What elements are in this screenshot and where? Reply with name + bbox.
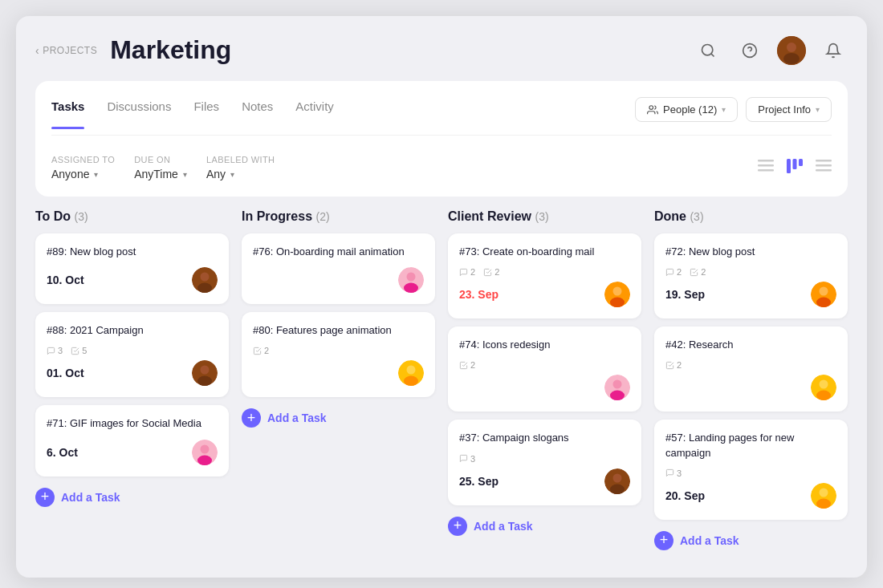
task-footer: 23. Sep — [459, 282, 630, 307]
svg-point-32 — [613, 287, 622, 296]
labeled-with-select[interactable]: Any ▾ — [206, 168, 275, 180]
task-title: #57: Landing pages for new campaign — [665, 431, 836, 460]
header-left: ‹ PROJECTS Marketing — [35, 35, 231, 65]
task-meta: 3 — [665, 468, 836, 478]
board-view-icon[interactable] — [787, 159, 803, 177]
task-title: #37: Campaign slogans — [459, 431, 630, 445]
header: ‹ PROJECTS Marketing — [35, 35, 848, 65]
add-task-button[interactable]: + Add a Task — [242, 405, 435, 431]
add-task-button[interactable]: + Add a Task — [35, 485, 229, 510]
people-chevron-icon: ▾ — [722, 105, 726, 114]
task-card[interactable]: #88: 2021 Campaign 3 5 01. Oct — [35, 312, 229, 397]
comment-count: 3 — [459, 454, 475, 464]
plus-icon: + — [654, 531, 673, 550]
grid-view-icon[interactable] — [816, 160, 832, 176]
task-card[interactable]: #73: Create on-boarding mail 2 2 23. Sep — [448, 233, 641, 318]
column-header: Done (3) — [654, 209, 848, 224]
column-header: In Progress (2) — [242, 209, 435, 224]
labeled-with-value: Any — [206, 168, 226, 180]
task-card[interactable]: #42: Research 2 — [654, 326, 848, 412]
labeled-with-chevron-icon: ▾ — [230, 170, 234, 179]
tab-divider — [51, 135, 832, 136]
task-card[interactable]: #76: On-boarding mail animation — [242, 233, 435, 304]
tab-notes[interactable]: Notes — [242, 99, 273, 120]
chevron-left-icon: ‹ — [35, 44, 39, 57]
task-footer — [253, 360, 424, 386]
notifications-button[interactable] — [819, 36, 848, 65]
svg-point-20 — [201, 366, 210, 375]
svg-rect-10 — [787, 159, 791, 173]
svg-point-29 — [407, 366, 416, 375]
column-count: (3) — [75, 210, 88, 223]
task-title: #76: On-boarding mail animation — [253, 245, 424, 259]
assigned-to-select[interactable]: Anyone ▾ — [51, 168, 115, 180]
svg-point-6 — [649, 105, 653, 109]
svg-point-41 — [820, 287, 828, 296]
due-on-select[interactable]: AnyTime ▾ — [134, 168, 187, 180]
tab-discussions[interactable]: Discussions — [107, 99, 171, 120]
add-task-label: Add a Task — [61, 491, 120, 504]
task-meta: 2 — [459, 360, 630, 370]
assigned-to-value: Anyone — [51, 168, 89, 180]
svg-point-4 — [787, 43, 796, 52]
people-button[interactable]: People (12) ▾ — [635, 97, 738, 122]
svg-rect-8 — [758, 164, 774, 167]
column-inprogress: In Progress (2) #76: On-boarding mail an… — [242, 209, 435, 554]
task-avatar — [604, 468, 630, 494]
comment-count: 2 — [459, 267, 475, 277]
user-avatar[interactable] — [777, 36, 806, 65]
tab-actions: People (12) ▾ Project Info ▾ — [635, 97, 832, 122]
task-card[interactable]: #71: GIF images for Social Media 6. Oct — [35, 405, 229, 476]
task-card[interactable]: #80: Features page animation 2 — [242, 312, 435, 397]
page-title: Marketing — [110, 35, 231, 65]
svg-point-18 — [197, 283, 212, 294]
plus-icon: + — [242, 408, 261, 428]
svg-point-47 — [820, 488, 828, 497]
column-count: (2) — [315, 210, 329, 223]
task-title: #71: GIF images for Social Media — [47, 416, 218, 431]
svg-point-17 — [201, 273, 210, 282]
help-button[interactable] — [735, 36, 764, 65]
svg-rect-9 — [758, 169, 774, 172]
kanban-board: To Do (3) #89: New blog post 10. Oct #88… — [35, 209, 848, 554]
task-card[interactable]: #74: Icons redesign 2 — [448, 326, 641, 412]
list-view-icon[interactable] — [758, 160, 774, 176]
task-title: #88: 2021 Campaign — [47, 323, 218, 338]
tab-tasks[interactable]: Tasks — [51, 99, 84, 120]
project-info-chevron-icon: ▾ — [816, 105, 820, 114]
task-card[interactable]: #89: New blog post 10. Oct — [35, 233, 229, 304]
comment-count: 2 — [665, 267, 682, 277]
back-label: PROJECTS — [43, 45, 97, 56]
task-avatar — [811, 282, 836, 307]
plus-icon: + — [448, 517, 467, 536]
subtask-count: 2 — [665, 360, 682, 370]
add-task-button[interactable]: + Add a Task — [654, 528, 848, 554]
labeled-with-label: Labeled With — [206, 155, 275, 164]
task-footer: 19. Sep — [665, 282, 836, 307]
task-avatar — [398, 360, 424, 386]
svg-point-33 — [610, 298, 625, 308]
svg-rect-12 — [799, 159, 803, 166]
task-date: 19. Sep — [665, 288, 705, 301]
tab-files[interactable]: Files — [193, 99, 219, 120]
column-done: Done (3) #72: New blog post 2 2 19. Sep … — [654, 209, 848, 554]
svg-point-26 — [407, 273, 416, 282]
svg-point-21 — [197, 376, 212, 387]
task-card[interactable]: #57: Landing pages for new campaign 3 20… — [654, 420, 848, 519]
add-task-button[interactable]: + Add a Task — [448, 513, 641, 539]
back-button[interactable]: ‹ PROJECTS — [35, 44, 97, 57]
add-task-label: Add a Task — [474, 520, 533, 533]
view-icons — [758, 159, 832, 177]
task-date: 01. Oct — [47, 367, 84, 379]
task-footer: 10. Oct — [47, 267, 218, 293]
task-card[interactable]: #37: Campaign slogans 3 25. Sep — [448, 420, 641, 505]
project-info-button[interactable]: Project Info ▾ — [746, 97, 832, 122]
tab-activity[interactable]: Activity — [295, 99, 334, 120]
header-right — [694, 36, 848, 65]
subtask-count: 5 — [71, 346, 87, 355]
svg-rect-14 — [816, 164, 832, 167]
svg-point-24 — [197, 455, 212, 465]
task-card[interactable]: #72: New blog post 2 2 19. Sep — [654, 233, 848, 318]
search-button[interactable] — [694, 36, 722, 65]
project-info-label: Project Info — [758, 103, 811, 116]
